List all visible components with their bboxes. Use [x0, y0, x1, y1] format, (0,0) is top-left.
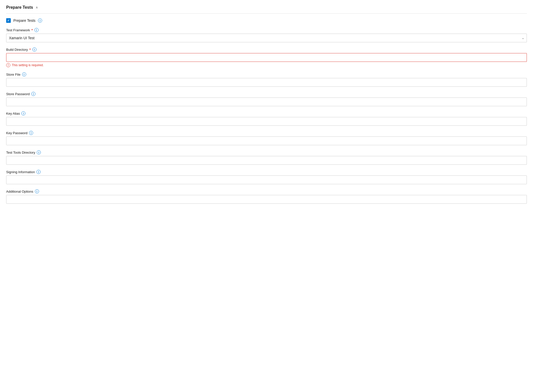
key-alias-group: Key Alias i	[6, 111, 527, 126]
key-password-input[interactable]	[6, 136, 527, 145]
test-tools-directory-label: Test Tools Directory i	[6, 150, 527, 154]
test-framework-label: Test Framework * i	[6, 28, 527, 32]
test-tools-directory-info-icon[interactable]: i	[37, 150, 41, 154]
store-password-label: Store Password i	[6, 92, 527, 96]
store-file-info-icon[interactable]: i	[22, 72, 26, 76]
store-password-group: Store Password i	[6, 92, 527, 106]
additional-options-label: Additional Options i	[6, 189, 527, 193]
build-directory-label-text: Build Directory	[6, 48, 28, 52]
build-directory-error-text: This setting is required.	[12, 63, 44, 67]
test-framework-info-icon[interactable]: i	[34, 28, 39, 32]
build-directory-input[interactable]	[6, 53, 527, 62]
build-directory-error-icon: !	[6, 63, 10, 67]
test-framework-select[interactable]: Xamarin UI Test Appium Espresso XCUITest	[6, 34, 527, 42]
key-alias-label: Key Alias i	[6, 111, 527, 115]
build-directory-label: Build Directory * i	[6, 47, 527, 52]
signing-information-input[interactable]	[6, 175, 527, 184]
build-directory-required: *	[30, 48, 31, 52]
test-framework-select-wrapper: Xamarin UI Test Appium Espresso XCUITest…	[6, 34, 527, 42]
build-directory-info-icon[interactable]: i	[32, 47, 36, 52]
signing-information-group: Signing Information i	[6, 170, 527, 184]
store-password-label-text: Store Password	[6, 92, 30, 96]
test-tools-directory-label-text: Test Tools Directory	[6, 151, 35, 154]
additional-options-group: Additional Options i	[6, 189, 527, 204]
store-file-group: Store File i	[6, 72, 527, 87]
store-password-input[interactable]	[6, 97, 527, 106]
build-directory-error: ! This setting is required.	[6, 63, 527, 67]
chevron-up-icon[interactable]: ∧	[36, 6, 38, 9]
checkbox-info-icon[interactable]: i	[38, 18, 42, 23]
store-password-info-icon[interactable]: i	[31, 92, 35, 96]
additional-options-input[interactable]	[6, 195, 527, 204]
checkbox-label: Prepare Tests	[13, 18, 35, 23]
additional-options-info-icon[interactable]: i	[35, 189, 39, 193]
store-file-label: Store File i	[6, 72, 527, 76]
additional-options-label-text: Additional Options	[6, 190, 33, 193]
key-password-label-text: Key Password	[6, 131, 27, 135]
key-password-group: Key Password i	[6, 131, 527, 145]
signing-information-label-text: Signing Information	[6, 170, 35, 174]
store-file-label-text: Store File	[6, 73, 21, 76]
key-alias-input[interactable]	[6, 117, 527, 126]
test-framework-group: Test Framework * i Xamarin UI Test Appiu…	[6, 28, 527, 42]
test-tools-directory-input[interactable]	[6, 156, 527, 165]
build-directory-group: Build Directory * i ! This setting is re…	[6, 47, 527, 67]
key-password-info-icon[interactable]: i	[29, 131, 33, 135]
signing-information-label: Signing Information i	[6, 170, 527, 174]
test-framework-label-text: Test Framework	[6, 28, 30, 32]
section-title: Prepare Tests	[6, 5, 33, 10]
key-alias-label-text: Key Alias	[6, 112, 20, 115]
prepare-tests-checkbox[interactable]	[6, 18, 11, 23]
test-framework-required: *	[31, 28, 33, 32]
store-file-input[interactable]	[6, 78, 527, 87]
key-alias-info-icon[interactable]: i	[21, 111, 25, 115]
key-password-label: Key Password i	[6, 131, 527, 135]
checkbox-row: Prepare Tests i	[6, 18, 527, 23]
test-tools-directory-group: Test Tools Directory i	[6, 150, 527, 165]
section-header: Prepare Tests ∧	[6, 5, 527, 14]
signing-information-info-icon[interactable]: i	[36, 170, 41, 174]
